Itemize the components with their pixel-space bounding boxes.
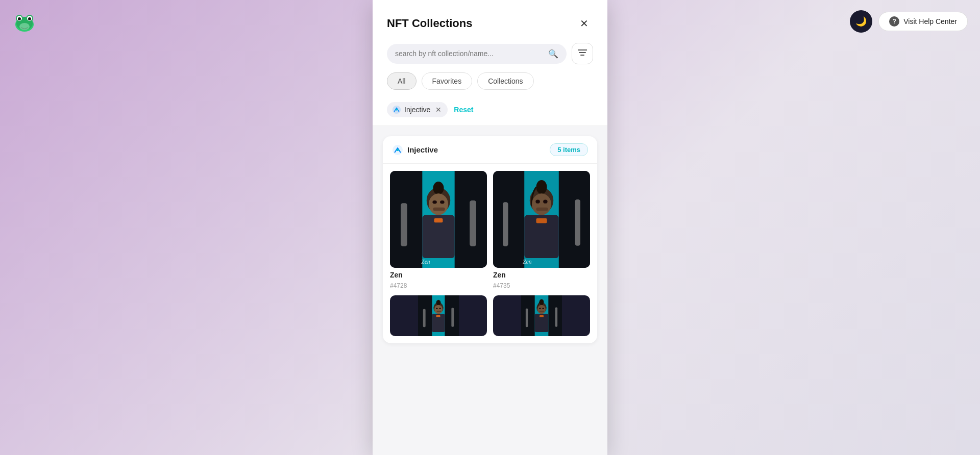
collection-card-header: Injective 5 items <box>383 136 597 164</box>
injective-collection-card: Injective 5 items <box>383 136 597 343</box>
nft-id-4728: #4728 <box>390 282 487 289</box>
tab-favorites[interactable]: Favorites <box>422 72 473 90</box>
svg-point-50 <box>436 308 438 309</box>
reset-button[interactable]: Reset <box>454 106 473 114</box>
svg-rect-41 <box>503 202 508 246</box>
svg-rect-61 <box>541 299 542 304</box>
svg-rect-26 <box>434 218 443 222</box>
chip-label: Injective <box>404 106 430 114</box>
svg-text:Zen: Zen <box>523 259 532 265</box>
injective-filter-chip: Injective ✕ <box>387 102 448 117</box>
nft-name-4735: Zen <box>493 271 590 279</box>
svg-rect-52 <box>436 311 441 312</box>
svg-rect-20 <box>437 182 439 190</box>
svg-rect-28 <box>470 200 476 246</box>
svg-point-36 <box>535 199 540 203</box>
modal: NFT Collections ✕ 🔍 All Favorites <box>373 0 607 455</box>
svg-point-63 <box>539 308 541 309</box>
nft-image-4728: Zen <box>390 171 487 268</box>
dark-mode-button[interactable]: 🌙 <box>850 10 872 33</box>
search-input[interactable] <box>395 49 545 58</box>
nft-image-4741 <box>390 295 487 336</box>
svg-point-35 <box>532 193 551 215</box>
svg-point-37 <box>543 199 547 203</box>
nft-item-4748[interactable] <box>493 295 590 336</box>
nft-id-4735: #4735 <box>493 282 590 289</box>
top-right-controls: 🌙 ? Visit Help Center <box>850 10 968 33</box>
svg-point-15 <box>397 148 399 150</box>
close-icon: ✕ <box>580 17 589 30</box>
modal-header: NFT Collections ✕ <box>373 0 607 43</box>
svg-rect-68 <box>526 309 528 327</box>
logo <box>12 10 37 35</box>
modal-close-button[interactable]: ✕ <box>575 14 593 33</box>
svg-point-64 <box>542 308 544 309</box>
collection-name: Injective <box>392 144 438 156</box>
injective-collection-icon <box>392 144 403 156</box>
collections-area[interactable]: Injective 5 items <box>373 126 607 455</box>
nft-image-4748 <box>493 295 590 336</box>
svg-rect-69 <box>555 308 557 327</box>
svg-point-51 <box>439 308 441 309</box>
svg-text:Zen: Zen <box>421 259 430 265</box>
svg-point-23 <box>440 200 444 204</box>
svg-rect-67 <box>540 315 544 317</box>
svg-rect-38 <box>536 208 548 211</box>
svg-rect-48 <box>438 300 439 304</box>
svg-rect-24 <box>433 208 445 211</box>
svg-rect-56 <box>451 308 454 326</box>
question-icon: ? <box>889 16 899 27</box>
filter-icon <box>578 49 587 58</box>
svg-point-13 <box>396 109 398 111</box>
svg-point-6 <box>18 17 21 20</box>
injective-icon-small <box>392 105 401 114</box>
tab-collections[interactable]: Collections <box>477 72 533 90</box>
svg-point-21 <box>429 193 448 215</box>
svg-rect-42 <box>575 199 580 246</box>
items-count-badge: 5 items <box>550 143 588 156</box>
svg-point-62 <box>537 305 546 314</box>
help-label: Visit Help Center <box>903 17 957 26</box>
filter-button[interactable] <box>572 43 593 64</box>
svg-point-7 <box>28 17 31 20</box>
moon-icon: 🌙 <box>855 16 867 27</box>
svg-rect-65 <box>540 311 545 312</box>
search-icon: 🔍 <box>548 49 558 59</box>
nft-image-4735: Zen <box>493 171 590 268</box>
help-center-button[interactable]: ? Visit Help Center <box>878 12 968 31</box>
nft-name-4728: Zen <box>390 271 487 279</box>
svg-point-22 <box>432 200 436 204</box>
active-filters: Injective ✕ Reset <box>373 98 607 126</box>
svg-rect-55 <box>423 309 426 327</box>
modal-title: NFT Collections <box>387 17 472 30</box>
nft-item-4741[interactable] <box>390 295 487 336</box>
nft-item-4735[interactable]: Zen Zen #4735 <box>493 171 590 289</box>
tab-all[interactable]: All <box>387 72 416 90</box>
chip-remove-button[interactable]: ✕ <box>435 106 442 113</box>
svg-point-8 <box>19 23 30 30</box>
svg-rect-54 <box>436 315 440 317</box>
svg-rect-34 <box>540 181 543 190</box>
filter-tabs: All Favorites Collections <box>373 72 607 98</box>
nft-item-4728[interactable]: Zen Zen #4728 <box>390 171 487 289</box>
svg-rect-27 <box>401 203 407 246</box>
svg-point-49 <box>434 305 443 314</box>
search-area: 🔍 <box>373 43 607 72</box>
nft-grid: Zen Zen #4728 <box>383 164 597 343</box>
search-wrapper: 🔍 <box>387 44 567 64</box>
svg-rect-40 <box>536 218 547 223</box>
